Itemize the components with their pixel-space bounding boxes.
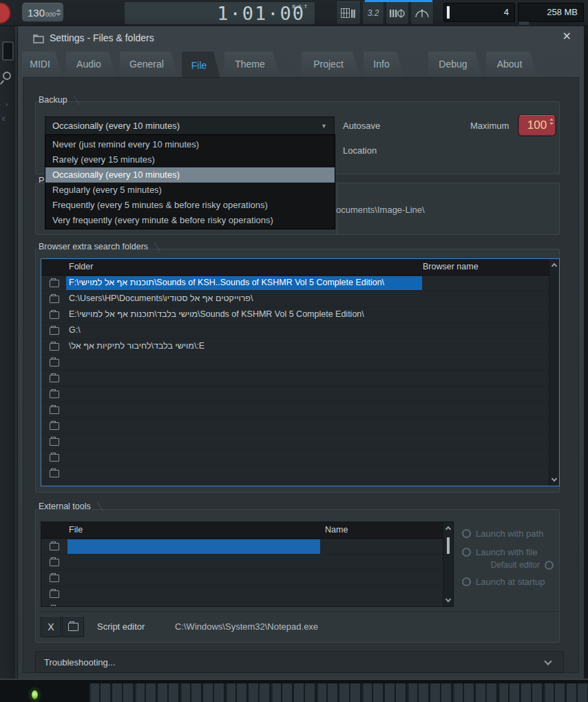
table-row-empty[interactable] (41, 386, 549, 402)
pattern-grid-button[interactable] (336, 1, 361, 25)
chevron-right-icon: › (6, 101, 8, 108)
scrollbar-thumb[interactable] (447, 537, 450, 554)
folder-icon (50, 575, 59, 582)
table-row-empty[interactable] (41, 586, 443, 602)
folder-icon (50, 311, 59, 319)
autosave-label: Autosave (343, 121, 380, 131)
dialog-titlebar[interactable]: Settings - Files & folders ✕ (18, 26, 584, 51)
folder-path: \לא ףא תויקיתל רוביחל\דבלב ישיומ\:E (69, 341, 204, 351)
browser-sidebar-edge: › E (0, 26, 18, 679)
folder-icon (50, 543, 59, 550)
table-row-empty[interactable] (41, 402, 549, 418)
backup-interval-value: Occasionally (every 10 minutes) (52, 121, 180, 131)
table-row[interactable]: \לא ףא תויקיתל רוביחל\דבלב ישיומ\:E (41, 339, 549, 355)
close-icon[interactable]: ✕ (563, 30, 571, 43)
vertical-scrollbar[interactable] (443, 522, 453, 606)
option-label: Launch with path (476, 528, 543, 539)
dropdown-option-never[interactable]: Never (just remind every 10 minutes) (45, 137, 335, 152)
table-row-empty[interactable] (41, 434, 549, 450)
vertical-scrollbar[interactable] (549, 259, 559, 486)
script-editor-label: Script editor (97, 621, 145, 632)
option-label: Launch at startup (476, 577, 545, 587)
option-label: Default editor (491, 560, 540, 570)
chevron-down-icon (544, 657, 552, 665)
table-row-empty[interactable] (41, 355, 549, 371)
tab-debug[interactable]: Debug (428, 52, 482, 76)
table-row-empty[interactable] (41, 466, 549, 482)
swing-button[interactable]: 3.2 (362, 1, 384, 25)
tab-file[interactable]: File (182, 52, 220, 79)
record-button[interactable] (0, 2, 11, 24)
tab-about[interactable]: About (486, 52, 537, 76)
table-row-empty[interactable] (41, 371, 549, 386)
dropdown-option-regularly[interactable]: Regularly (every 5 minutes) (45, 183, 335, 198)
option-launch-with-path[interactable]: Launch with path (462, 528, 543, 539)
column-file[interactable]: File (69, 525, 83, 535)
scroll-up-icon[interactable] (445, 526, 451, 532)
table-header: Folder Browser name (41, 259, 559, 276)
tab-info[interactable]: Info (364, 52, 403, 76)
column-name[interactable]: Name (325, 525, 348, 535)
folder-icon (68, 623, 78, 631)
option-launch-with-file[interactable]: Launch with file (462, 547, 538, 557)
folder-icon (50, 422, 59, 430)
tab-theme[interactable]: Theme (224, 52, 280, 76)
location-label: Location (343, 145, 377, 156)
table-row-empty[interactable] (41, 418, 549, 434)
table-row-empty[interactable] (41, 602, 443, 606)
stepper-arrows-icon[interactable] (549, 118, 554, 125)
folder-icon (50, 391, 59, 398)
typing-keyboard-button[interactable] (386, 1, 409, 25)
external-tools-table: File Name (41, 522, 454, 607)
bpm-spinner[interactable] (56, 9, 61, 16)
maximum-backups-value: 100 (527, 118, 547, 132)
sidebar-panel-icon[interactable] (2, 41, 14, 61)
chevron-down-icon: ▼ (321, 123, 327, 130)
column-browser-name[interactable]: Browser name (423, 262, 479, 271)
user-data-folder-path-fragment[interactable]: ocuments\Image-Line\ (336, 205, 425, 215)
dropdown-option-very-frequently[interactable]: Very frequently (every minute & before r… (45, 213, 335, 228)
table-row-empty[interactable] (41, 570, 443, 586)
selected-empty-cell (67, 539, 320, 554)
folder-icon (50, 438, 59, 446)
scroll-up-icon[interactable] (552, 263, 557, 269)
troubleshooting-expander[interactable]: Troubleshooting... (35, 651, 564, 673)
dropdown-option-frequently[interactable]: Frequently (every 5 minutes & before ris… (45, 198, 335, 213)
tab-general[interactable]: General (120, 52, 178, 76)
bpm-display[interactable]: 130 000 (22, 3, 63, 22)
table-row[interactable]: F:\ישיומל לא ףא תונכות\Sounds of KSH..So… (41, 276, 549, 291)
backup-interval-combobox[interactable]: Occasionally (every 10 minutes) ▼ (45, 116, 335, 135)
maximum-backups-stepper[interactable]: 100 (518, 115, 556, 136)
scroll-down-icon[interactable] (552, 476, 557, 482)
table-row[interactable]: E:\ישיומל לא ףא תונכות\דבלב ישיומ\Sounds… (41, 307, 549, 323)
status-led[interactable] (30, 689, 39, 701)
option-launch-at-startup[interactable]: Launch at startup (462, 577, 545, 587)
bpm-value: 130 (28, 7, 45, 19)
scroll-down-icon[interactable] (445, 597, 451, 602)
table-row-empty[interactable] (41, 450, 549, 466)
tab-project[interactable]: Project (302, 52, 359, 76)
table-row[interactable] (41, 539, 443, 555)
option-default-editor[interactable]: Default editor (478, 560, 554, 570)
timeline-grid[interactable] (90, 683, 588, 702)
tab-midi[interactable]: MIDI (22, 52, 62, 76)
table-row-empty[interactable] (41, 555, 443, 570)
dropdown-option-rarely[interactable]: Rarely (every 15 minutes) (45, 152, 335, 167)
bpm-fraction: 000 (45, 11, 56, 18)
browse-script-editor-button[interactable] (62, 616, 84, 637)
search-icon[interactable] (3, 72, 11, 80)
clear-icon: X (48, 621, 54, 632)
dropdown-option-occasionally[interactable]: Occasionally (every 10 minutes) (45, 167, 335, 183)
tuner-button[interactable] (410, 1, 434, 25)
clear-script-editor-button[interactable]: X (41, 616, 61, 637)
table-row[interactable]: G:\ (41, 323, 549, 339)
table-rows (41, 539, 443, 606)
script-editor-path[interactable]: C:\Windows\System32\Notepad.exe (175, 621, 318, 632)
time-display-panel[interactable]: B:S:T 1·01·00 (124, 1, 315, 25)
radio-icon (462, 548, 471, 557)
column-folder[interactable]: Folder (69, 262, 93, 271)
tab-audio[interactable]: Audio (66, 52, 116, 76)
table-row[interactable]: C:\Users\HP\Documents\וידוטס לא ףא םיטקי… (41, 291, 549, 307)
playlist-strip (0, 679, 588, 702)
folder-icon (50, 470, 59, 477)
